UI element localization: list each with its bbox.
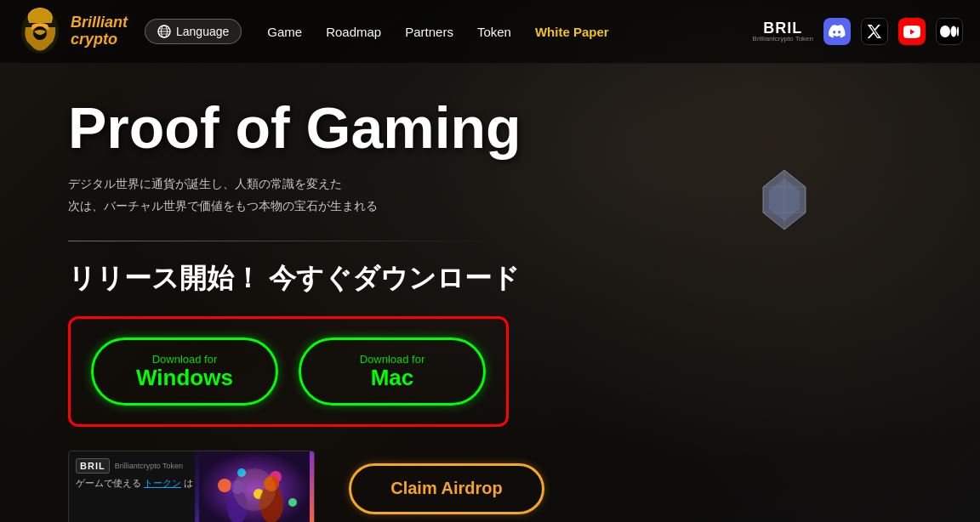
svg-point-20 <box>288 498 297 507</box>
claim-airdrop-button[interactable]: Claim Airdrop <box>349 463 544 514</box>
download-mac-label-small: Download for <box>360 353 425 366</box>
download-mac-label-large: Mac <box>371 366 414 390</box>
hero-title: Proof of Gaming <box>68 98 912 158</box>
svg-point-14 <box>957 27 959 37</box>
youtube-icon <box>903 26 920 38</box>
logo-icon <box>17 6 64 57</box>
x-icon <box>867 24 882 39</box>
globe-icon <box>157 25 171 38</box>
bril-token-logo: BRIL Brilliantcrypto Token <box>753 20 813 43</box>
svg-point-16 <box>218 479 231 492</box>
discord-link[interactable] <box>823 18 851 45</box>
hero-subtitle: デジタル世界に通貨が誕生し、人類の常識を変えた 次は、バーチャル世界で価値をもつ… <box>68 173 912 216</box>
bottom-section: BRIL Brilliantcrypto Token ゲームで使える トークン … <box>68 451 912 522</box>
x-twitter-link[interactable] <box>861 18 888 45</box>
bril-banner: BRIL Brilliantcrypto Token ゲームで使える トークン … <box>68 451 315 522</box>
nav-links: Game Roadmap Partners Token White Paper <box>267 25 752 39</box>
bril-banner-subtitle: Brilliantcrypto Token <box>115 462 183 470</box>
download-heading: リリース開始！ 今すぐダウンロード <box>68 260 912 298</box>
svg-point-12 <box>940 26 950 37</box>
nav-token[interactable]: Token <box>477 25 511 39</box>
svg-point-13 <box>951 26 957 37</box>
nav-whitepaper[interactable]: White Paper <box>535 25 609 39</box>
language-button[interactable]: Language <box>145 19 242 44</box>
download-section: Download for Windows Download for Mac <box>68 316 509 427</box>
download-windows-label-small: Download for <box>152 353 218 366</box>
youtube-link[interactable] <box>898 18 926 45</box>
main-content: Proof of Gaming デジタル世界に通貨が誕生し、人類の常識を変えた … <box>0 64 980 522</box>
download-mac-button[interactable]: Download for Mac <box>299 338 486 406</box>
discord-icon <box>829 25 846 38</box>
nav-game[interactable]: Game <box>267 25 302 39</box>
download-windows-label-large: Windows <box>136 366 233 390</box>
bril-banner-logo-text: BRIL <box>76 458 110 474</box>
divider <box>68 241 493 241</box>
download-windows-button[interactable]: Download for Windows <box>91 338 278 406</box>
medium-link[interactable] <box>936 18 963 45</box>
navigation: Brilliant crypto Language Game Roadmap P… <box>0 0 980 64</box>
banner-game-image <box>195 451 314 522</box>
logo-link[interactable]: Brilliant crypto <box>17 6 128 57</box>
medium-icon <box>940 26 959 37</box>
brand-name: Brilliant crypto <box>71 14 128 48</box>
svg-point-25 <box>233 468 276 511</box>
bril-banner-header: BRIL Brilliantcrypto Token <box>76 458 183 474</box>
nav-right: BRIL Brilliantcrypto Token <box>753 18 963 45</box>
nav-partners[interactable]: Partners <box>405 25 453 39</box>
nav-roadmap[interactable]: Roadmap <box>326 25 381 39</box>
